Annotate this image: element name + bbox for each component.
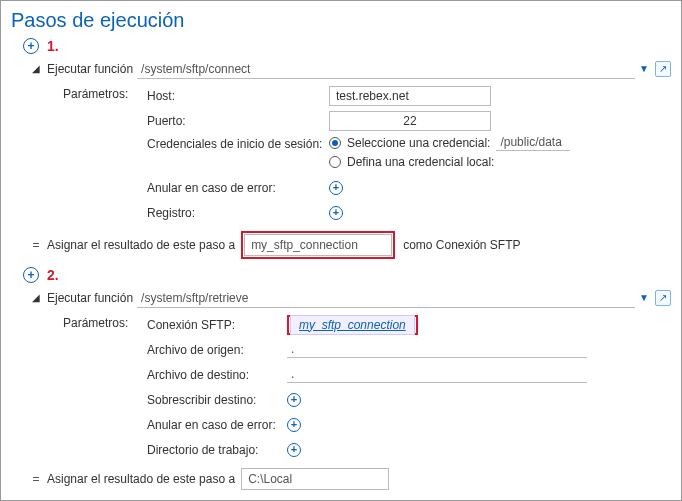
assign-suffix: como Conexión SFTP	[403, 238, 520, 252]
step1-function-row: ◢ Ejecutar función /system/sftp/connect …	[1, 56, 681, 81]
step1-add-bar: + 1.	[1, 36, 681, 56]
radio-define-local[interactable]	[329, 156, 341, 168]
log-label: Registro:	[147, 206, 329, 220]
step2-params: Conexión SFTP: my_sftp_connection Archiv…	[147, 312, 671, 462]
radio-select-credential[interactable]	[329, 137, 341, 149]
credential-path[interactable]: /public/data	[496, 134, 570, 151]
equals-icon: =	[31, 472, 41, 486]
working-dir-label: Directorio de trabajo:	[147, 443, 287, 457]
step1-assign-row: = Asignar el resultado de este paso a co…	[1, 227, 681, 265]
step2-function-row: ◢ Ejecutar función /system/sftp/retrieve…	[1, 285, 681, 310]
add-abort-icon[interactable]: +	[329, 181, 343, 195]
sftp-connection-label: Conexión SFTP:	[147, 318, 287, 332]
assign-label: Asignar el resultado de este paso a	[47, 238, 235, 252]
collapse-triangle-icon[interactable]: ◢	[31, 292, 41, 303]
step2-function-path[interactable]: /system/sftp/retrieve	[137, 289, 635, 308]
overwrite-label: Sobrescribir destino:	[147, 393, 287, 407]
step2-number-annotation: 2.	[47, 267, 59, 283]
dropdown-icon[interactable]: ▼	[639, 292, 651, 304]
open-external-icon[interactable]: ↗	[655, 61, 671, 77]
abort-on-error-label-2: Anular en caso de error:	[147, 418, 287, 432]
highlight-box-1	[241, 231, 395, 259]
dest-file-field[interactable]: .	[287, 366, 587, 383]
dest-file-label: Archivo de destino:	[147, 368, 287, 382]
add-wd-icon[interactable]: +	[287, 443, 301, 457]
exec-function-label: Ejecutar función	[47, 62, 133, 76]
parameters-label: Parámetros:	[47, 83, 147, 101]
radio-select-credential-label: Seleccione una credencial:	[347, 136, 490, 150]
collapse-triangle-icon[interactable]: ◢	[31, 63, 41, 74]
radio-define-local-label: Defina una credencial local:	[347, 155, 494, 169]
page-title: Pasos de ejecución	[1, 1, 681, 36]
credentials-label: Credenciales de inicio de sesión:	[147, 134, 329, 151]
add-step-icon[interactable]: +	[23, 267, 39, 283]
assign-label-2: Asignar el resultado de este paso a	[47, 472, 235, 486]
host-input[interactable]	[329, 86, 491, 106]
step1-result-var[interactable]	[244, 234, 392, 256]
port-input[interactable]	[329, 111, 491, 131]
step2-add-bar: + 2.	[1, 265, 681, 285]
step1-number-annotation: 1.	[47, 38, 59, 54]
add-abort-icon-2[interactable]: +	[287, 418, 301, 432]
parameters-label: Parámetros:	[47, 312, 147, 330]
host-label: Host:	[147, 89, 329, 103]
step2-result-var[interactable]	[241, 468, 389, 490]
dropdown-icon[interactable]: ▼	[639, 63, 651, 75]
equals-icon: =	[31, 238, 41, 252]
source-file-label: Archivo de origen:	[147, 343, 287, 357]
exec-function-label: Ejecutar función	[47, 291, 133, 305]
step1-function-path[interactable]: /system/sftp/connect	[137, 60, 635, 79]
highlight-box-2: my_sftp_connection	[287, 315, 418, 335]
open-external-icon[interactable]: ↗	[655, 290, 671, 306]
sftp-connection-ref[interactable]: my_sftp_connection	[290, 315, 415, 335]
step2-assign-row: = Asignar el resultado de este paso a	[1, 464, 681, 496]
port-label: Puerto:	[147, 114, 329, 128]
add-overwrite-icon[interactable]: +	[287, 393, 301, 407]
abort-on-error-label: Anular en caso de error:	[147, 181, 329, 195]
add-step-icon[interactable]: +	[23, 38, 39, 54]
source-file-field[interactable]: .	[287, 341, 587, 358]
add-log-icon[interactable]: +	[329, 206, 343, 220]
step1-params: Host: Puerto: Credenciales de inicio de …	[147, 83, 671, 225]
